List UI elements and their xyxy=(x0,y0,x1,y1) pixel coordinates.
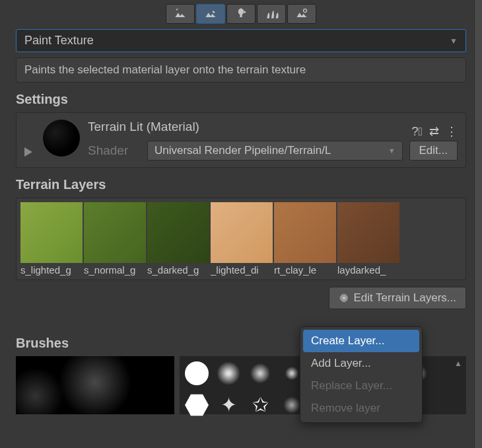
terrain-layers-palette: s_lighted_g s_normal_g s_darked_g _light… xyxy=(16,198,466,280)
shader-label: Shader xyxy=(88,143,141,158)
brush-thumb[interactable]: ✦ xyxy=(217,393,240,417)
material-inspector: Terrain Lit (Material) ?⃝ ⇄ ⋮ Shader Uni… xyxy=(16,112,466,168)
edit-layers-label: Edit Terrain Layers... xyxy=(353,291,456,305)
shader-edit-button[interactable]: Edit... xyxy=(409,141,458,161)
paint-trees-tool[interactable] xyxy=(226,4,256,24)
material-name: Terrain Lit (Material) xyxy=(88,120,199,134)
brush-thumb[interactable] xyxy=(248,361,272,385)
brush-thumb[interactable] xyxy=(185,393,209,417)
shader-value: Universal Render Pipeline/Terrain/L xyxy=(155,144,331,157)
tree-icon xyxy=(234,7,248,20)
layer-label: laydarked_ xyxy=(337,264,399,276)
grass-icon xyxy=(264,7,279,20)
layer-thumb[interactable] xyxy=(337,202,399,263)
inspector-scrollbar[interactable] xyxy=(474,0,482,448)
preset-icon[interactable]: ⇄ xyxy=(429,124,439,139)
expand-toggle[interactable] xyxy=(24,147,32,157)
layer-thumb[interactable] xyxy=(274,202,336,263)
svg-point-0 xyxy=(304,9,307,13)
brush-thumb[interactable]: ✩ xyxy=(248,393,272,417)
layer-label: s_lighted_g xyxy=(20,264,83,276)
layer-thumb[interactable] xyxy=(211,202,273,263)
layer-thumb[interactable] xyxy=(20,202,83,263)
paint-mode-dropdown[interactable]: Paint Texture ▼ xyxy=(16,29,466,52)
menu-create-layer[interactable]: Create Layer... xyxy=(303,330,419,352)
layer-label: rt_clay_le xyxy=(274,264,336,276)
material-preview-sphere[interactable] xyxy=(43,120,80,157)
brush-thumb[interactable] xyxy=(217,361,240,385)
paint-mode-label: Paint Texture xyxy=(24,34,94,48)
gear-icon xyxy=(339,293,349,303)
brush-preview[interactable] xyxy=(16,356,174,414)
terrain-tool-toolbar xyxy=(0,0,482,29)
layer-thumb[interactable] xyxy=(147,202,209,263)
raise-lower-tool[interactable] xyxy=(166,4,195,24)
terrain-paint-icon xyxy=(203,7,218,20)
chevron-down-icon: ▼ xyxy=(388,147,396,155)
layer-label: s_normal_g xyxy=(84,264,146,276)
help-icon[interactable]: ?⃝ xyxy=(411,125,423,139)
terrain-raise-icon xyxy=(173,7,188,20)
paint-details-tool[interactable] xyxy=(257,4,286,24)
mode-description: Paints the selected material layer onto … xyxy=(16,57,466,83)
scroll-up-icon[interactable]: ▲ xyxy=(454,359,462,368)
settings-header: Settings xyxy=(16,92,466,107)
edit-terrain-layers-button[interactable]: Edit Terrain Layers... xyxy=(329,287,466,309)
edit-layers-menu: Create Layer... Add Layer... Replace Lay… xyxy=(300,326,423,423)
layer-thumb[interactable] xyxy=(84,202,146,263)
shader-dropdown[interactable]: Universal Render Pipeline/Terrain/L ▼ xyxy=(147,141,403,161)
terrain-layers-header: Terrain Layers xyxy=(16,177,466,192)
brush-thumb[interactable] xyxy=(185,361,209,385)
more-icon[interactable]: ⋮ xyxy=(446,124,458,139)
menu-replace-layer: Replace Layer... xyxy=(303,375,419,397)
layer-label: _lighted_di xyxy=(211,264,273,276)
menu-add-layer[interactable]: Add Layer... xyxy=(303,352,419,375)
layer-label: s_darked_g xyxy=(147,264,209,276)
terrain-gear-icon xyxy=(294,7,309,20)
paint-texture-tool[interactable] xyxy=(196,4,225,24)
menu-remove-layer: Remove layer xyxy=(303,397,419,420)
terrain-settings-tool[interactable] xyxy=(287,4,316,24)
chevron-down-icon: ▼ xyxy=(450,36,458,46)
